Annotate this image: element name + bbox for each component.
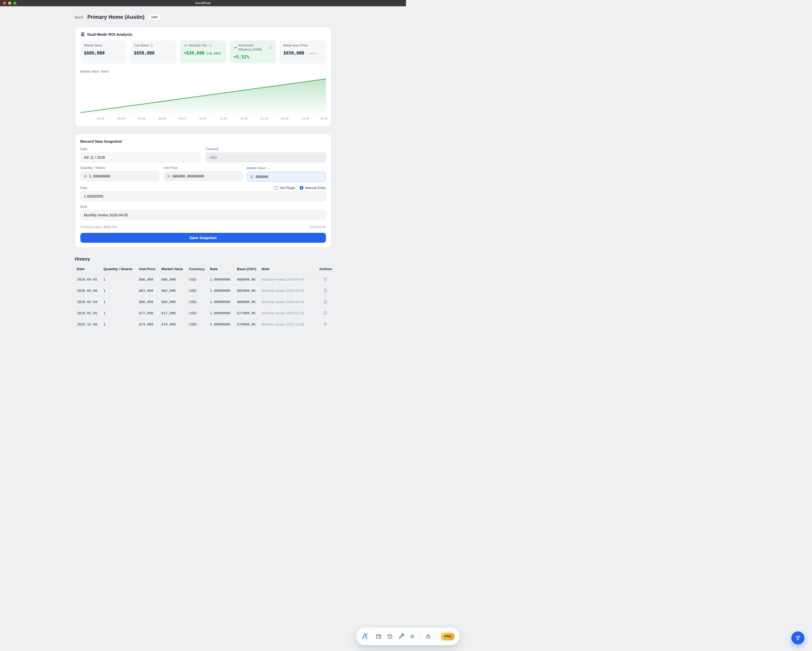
- trend-chart-label: Market Value Trend: [80, 70, 326, 73]
- quantity-input[interactable]: [89, 174, 156, 178]
- chart-x-axis: 05-10 06-09 07-09 08-08 09-07 10-07 11-0…: [80, 116, 326, 121]
- stat-label: Cost Basis: [134, 44, 149, 48]
- col-quantity: Quantity / Shares: [104, 267, 139, 271]
- roi-card-title: Dual-Mode ROI Analysis: [87, 32, 133, 37]
- table-row: 2026-01-05 1 677,000 677,000 USD 1.00000…: [75, 307, 331, 319]
- market-value-field[interactable]: [247, 172, 326, 182]
- delete-row-button[interactable]: [323, 289, 327, 293]
- radio-checked-icon: [299, 186, 304, 190]
- cell-base: 677000.00: [237, 311, 262, 315]
- market-value-input[interactable]: [256, 175, 323, 179]
- col-currency: Currency: [189, 267, 210, 271]
- cell-currency: USD: [189, 289, 210, 293]
- cell-rate: 1.00000000: [210, 278, 237, 281]
- stat-value: $650,000: [283, 50, 304, 56]
- info-icon[interactable]: [150, 44, 153, 47]
- page-title: Primary Home (Austin): [87, 14, 145, 20]
- cell-market-value: 680,000: [162, 300, 189, 304]
- stat-unit: unit: [309, 52, 316, 55]
- unit-price-field[interactable]: [163, 171, 243, 181]
- market-value-label: Market Value: [247, 166, 266, 170]
- x-tick: 06-09: [118, 117, 125, 120]
- cell-note: Monthly review 2026-04-05: [262, 278, 319, 281]
- cell-date: 2026-01-05: [77, 311, 104, 315]
- quantity-label: Quantity / Shares: [80, 166, 159, 170]
- trend-line-chart: [80, 76, 326, 115]
- cell-base: 680000.00: [237, 300, 262, 304]
- quantity-field[interactable]: [80, 171, 159, 181]
- date-input[interactable]: [80, 153, 201, 162]
- calculator-icon: [250, 175, 253, 179]
- x-tick: 12-06: [240, 117, 247, 120]
- close-window-button[interactable]: [3, 2, 6, 5]
- zoom-window-button[interactable]: [13, 2, 17, 5]
- cell-base: 674000.00: [237, 322, 262, 326]
- stat-value: +$36,000: [184, 50, 204, 56]
- x-tick: 04-05: [321, 117, 328, 120]
- history-section: History Date Quantity / Shares Unit Pric…: [75, 257, 331, 326]
- cell-unit-price: 683,000: [139, 289, 162, 293]
- via-plugin-radio[interactable]: Via Plugin: [274, 186, 295, 190]
- cell-quantity: 1: [104, 311, 139, 315]
- cell-base: 683000.00: [237, 289, 262, 293]
- stat-xirr: Investment Efficiency (XIRR) +5.52%: [230, 40, 276, 63]
- rate-mode-radios: Via Plugin Manual Entry: [274, 186, 326, 190]
- x-tick: 10-07: [199, 117, 207, 120]
- delete-row-button[interactable]: [323, 300, 327, 304]
- cell-quantity: 1: [104, 322, 139, 326]
- cell-note: Monthly review 2025-12-06: [262, 322, 319, 326]
- cell-base: 686000.00: [237, 278, 262, 281]
- cell-date: 2026-03-06: [77, 289, 104, 293]
- unit-price-label: Unit Price: [163, 166, 243, 170]
- via-plugin-label: Via Plugin: [279, 186, 295, 190]
- x-tick: 02-04: [281, 117, 288, 120]
- save-snapshot-button[interactable]: Save Snapshot: [80, 233, 326, 243]
- table-row: 2026-02-04 1 680,000 680,000 USD 1.00000…: [75, 296, 331, 307]
- col-unit-price: Unit Price: [139, 267, 162, 271]
- left-arrow-icon: ←: [267, 166, 271, 170]
- unit-price-input[interactable]: [172, 174, 240, 178]
- stat-absolute-pnl: Absolute P&L +$36,000 (+5.54%): [180, 40, 226, 63]
- delete-row-button[interactable]: [323, 311, 327, 315]
- info-icon[interactable]: [269, 46, 272, 49]
- delete-row-button[interactable]: [323, 277, 327, 281]
- stat-label: Market Value: [84, 44, 102, 48]
- window-title: AuraPixel: [195, 1, 211, 5]
- col-note: Note: [262, 267, 319, 271]
- slash: /: [306, 51, 307, 55]
- x-tick: 07-09: [138, 117, 145, 120]
- stat-label: Break-even Price: [283, 44, 307, 48]
- cell-rate: 1.00000000: [210, 311, 237, 315]
- trash-icon: [323, 322, 327, 326]
- form-title: Record New Snapshot: [80, 139, 326, 144]
- manual-entry-radio[interactable]: Manual Entry: [299, 186, 326, 190]
- stat-break-even: Break-even Price $650,000 / unit: [280, 40, 326, 63]
- currency-label: Currency: [206, 147, 326, 151]
- record-snapshot-card: Record New Snapshot Date Currency Quanti…: [75, 134, 331, 248]
- previous-date-text: 2026-04-05: [309, 225, 326, 229]
- calculator-icon: [84, 174, 87, 178]
- cell-currency: USD: [189, 311, 210, 315]
- trash-icon: [323, 311, 327, 315]
- info-icon[interactable]: [209, 44, 212, 47]
- trash-icon: [323, 289, 327, 293]
- col-date: Date: [77, 267, 104, 271]
- trash-icon: [323, 300, 327, 304]
- cell-rate: 1.00000000: [210, 322, 237, 326]
- currency-badge: USD: [148, 14, 160, 20]
- stat-value: $650,000: [134, 50, 154, 56]
- col-actions: Actions: [319, 267, 331, 271]
- minimize-window-button[interactable]: [8, 2, 11, 5]
- cell-date: 2025-12-06: [77, 322, 104, 326]
- window-titlebar: AuraPixel: [0, 0, 406, 6]
- trash-icon: [323, 277, 327, 281]
- back-link[interactable]: Back: [75, 15, 84, 19]
- note-input[interactable]: [80, 210, 326, 220]
- traffic-lights: [3, 2, 17, 5]
- cell-unit-price: 680,000: [139, 300, 162, 304]
- market-value-trend-chart: 05-10 06-09 07-09 08-08 09-07 10-07 11-0…: [80, 76, 326, 121]
- delete-row-button[interactable]: [323, 322, 327, 326]
- rate-input[interactable]: [80, 191, 326, 201]
- date-label: Date: [80, 147, 201, 151]
- cell-quantity: 1: [104, 300, 139, 304]
